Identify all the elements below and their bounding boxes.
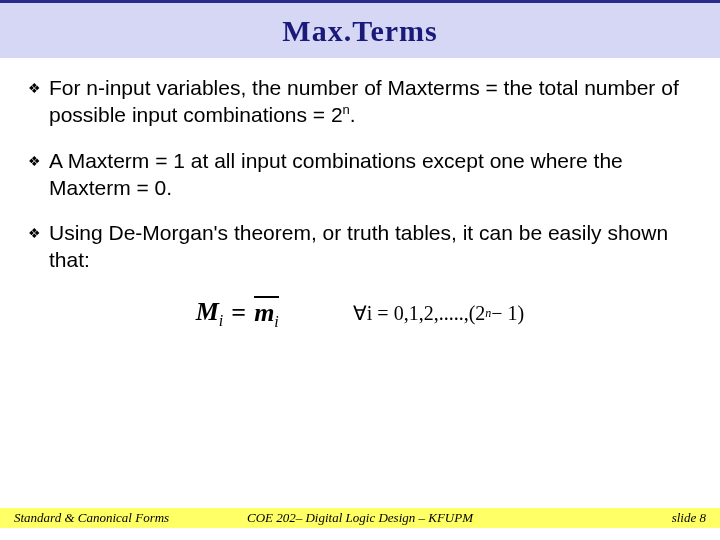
- bullet-item: ❖ For n-input variables, the number of M…: [28, 74, 692, 129]
- formula: Mi = mi ∀i = 0,1,2,.....,(2n − 1): [196, 296, 525, 331]
- bullet-item: ❖ A Maxterm = 1 at all input combination…: [28, 147, 692, 202]
- title-bar: Max.Terms: [0, 0, 720, 58]
- bullet-text: Using De-Morgan's theorem, or truth tabl…: [49, 219, 692, 274]
- bullet-item: ❖ Using De-Morgan's theorem, or truth ta…: [28, 219, 692, 274]
- content-area: ❖ For n-input variables, the number of M…: [0, 58, 720, 331]
- footer-right: slide 8: [672, 510, 706, 526]
- footer-center: COE 202– Digital Logic Design – KFUPM: [247, 510, 473, 526]
- overline: mi: [254, 296, 279, 331]
- formula-container: Mi = mi ∀i = 0,1,2,.....,(2n − 1): [28, 296, 692, 331]
- footer-left: Standard & Canonical Forms: [14, 510, 169, 526]
- footer: Standard & Canonical Forms COE 202– Digi…: [0, 508, 720, 528]
- diamond-icon: ❖: [28, 153, 41, 169]
- formula-rhs-var: m: [254, 298, 274, 327]
- formula-lhs-sub: i: [219, 312, 223, 329]
- range-suffix: − 1): [491, 302, 524, 325]
- bullet-text: A Maxterm = 1 at all input combinations …: [49, 147, 692, 202]
- formula-lhs-var: M: [196, 297, 219, 326]
- bullet-text: For n-input variables, the number of Max…: [49, 74, 692, 129]
- range-prefix: ∀i = 0,1,2,.....,(2: [353, 301, 486, 325]
- slide-title: Max.Terms: [282, 14, 437, 48]
- formula-rhs-sub: i: [274, 313, 278, 330]
- diamond-icon: ❖: [28, 225, 41, 241]
- equals-sign: =: [231, 298, 246, 328]
- diamond-icon: ❖: [28, 80, 41, 96]
- formula-range: ∀i = 0,1,2,.....,(2n − 1): [353, 301, 524, 325]
